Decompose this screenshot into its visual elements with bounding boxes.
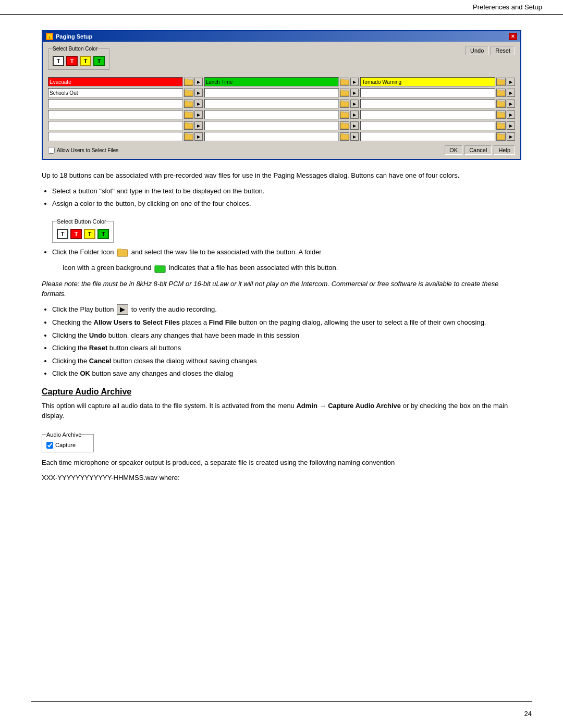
button-input-5-2[interactable]	[204, 121, 339, 130]
folder-icon-3-1[interactable]	[184, 100, 193, 108]
button-input-1-2[interactable]	[204, 77, 339, 87]
dialog-titlebar: ♪ Paging Setup ✕	[43, 31, 520, 42]
section-para2: Each time microphone or speaker output i…	[42, 458, 521, 468]
folder-icon-6-1[interactable]	[184, 132, 193, 141]
play-btn-5-3[interactable]: ▶	[507, 121, 515, 130]
inline-color-btn-yellow[interactable]: T	[84, 229, 95, 239]
button-input-2-2[interactable]	[204, 88, 339, 97]
svg-rect-30	[185, 124, 193, 129]
help-button[interactable]: Help	[494, 145, 515, 155]
undo-button[interactable]: Undo	[466, 46, 488, 55]
svg-rect-22	[497, 102, 505, 107]
svg-rect-29	[497, 112, 500, 113]
play-btn-4-1[interactable]: ▶	[194, 110, 203, 119]
folder-icon-5-1[interactable]	[184, 121, 193, 130]
inline-color-btn-white[interactable]: T	[57, 229, 68, 239]
button-input-6-3[interactable]	[360, 132, 495, 141]
bullet7-suffix: button clears all buttons	[107, 344, 181, 352]
folder-icon-2-2[interactable]	[340, 89, 349, 97]
color-btn-green[interactable]: T	[93, 56, 105, 66]
folder-icon-3-3[interactable]	[496, 100, 506, 108]
svg-rect-31	[185, 122, 188, 124]
allow-users-checkbox[interactable]	[48, 147, 55, 154]
intro-paragraph: Up to 18 buttons can be associated with …	[42, 170, 521, 181]
play-btn-2-1[interactable]: ▶	[194, 89, 203, 97]
cancel-button[interactable]: Cancel	[464, 145, 492, 155]
paging-icon: ♪	[46, 33, 53, 40]
play-btn-4-2[interactable]: ▶	[350, 110, 359, 119]
folder-icon-1-2[interactable]	[340, 78, 349, 86]
svg-rect-12	[185, 91, 193, 96]
button-input-4-1[interactable]	[48, 110, 183, 119]
folder-icon-4-2[interactable]	[340, 110, 349, 119]
folder-icon-1-3[interactable]	[496, 78, 506, 86]
button-row-3-3: ▶	[360, 99, 515, 108]
dialog-close-button[interactable]: ✕	[509, 33, 517, 40]
button-input-4-3[interactable]	[360, 110, 495, 119]
button-input-6-1[interactable]	[48, 132, 183, 141]
play-btn-1-2[interactable]: ▶	[350, 78, 359, 86]
button-row-3-1: ▶	[48, 99, 203, 108]
bullet-5: Checking the Allow Users to Select Files…	[52, 317, 521, 328]
folder-icon-1-1[interactable]	[184, 78, 193, 86]
select-button-color-fieldset: Select Button Color T T T T	[48, 46, 109, 70]
bullet6-suffix: button, clears any changes that have bee…	[106, 331, 299, 339]
button-input-1-1[interactable]	[48, 77, 183, 87]
play-btn-2-3[interactable]: ▶	[507, 89, 515, 97]
button-input-1-3[interactable]	[360, 77, 495, 87]
svg-rect-45	[155, 265, 159, 266]
inline-color-btn-green[interactable]: T	[97, 229, 109, 239]
folder-icon-6-2[interactable]	[340, 132, 349, 141]
button-input-4-2[interactable]	[204, 110, 339, 119]
button-input-3-3[interactable]	[360, 99, 495, 108]
capture-checkbox[interactable]	[46, 442, 53, 449]
play-btn-2-2[interactable]: ▶	[350, 89, 359, 97]
color-btn-red[interactable]: T	[66, 56, 78, 66]
section-para1-bold2: Capture Audio Archive	[328, 402, 401, 410]
play-btn-1-3[interactable]: ▶	[507, 78, 515, 86]
play-btn-6-3[interactable]: ▶	[507, 132, 515, 141]
color-btn-white[interactable]: T	[53, 56, 64, 66]
play-btn-1-1[interactable]: ▶	[194, 78, 203, 86]
bullet7-bold: Reset	[89, 344, 107, 352]
folder-icon-3-2[interactable]	[340, 100, 349, 108]
play-btn-3-2[interactable]: ▶	[350, 100, 359, 108]
svg-rect-6	[185, 80, 193, 85]
folder-icon-2-3[interactable]	[496, 89, 506, 97]
svg-rect-7	[185, 79, 188, 80]
play-btn-6-1[interactable]: ▶	[194, 132, 203, 141]
folder-icon-6-3[interactable]	[496, 132, 506, 141]
folder-icon-4-3[interactable]	[496, 110, 506, 119]
button-row-5-3: ▶	[360, 121, 515, 130]
play-btn-5-1[interactable]: ▶	[194, 121, 203, 130]
bullet6-prefix: Clicking the	[52, 331, 89, 339]
svg-rect-14	[340, 91, 349, 96]
ok-button[interactable]: OK	[445, 145, 462, 155]
color-btn-yellow[interactable]: T	[80, 56, 91, 66]
svg-rect-20	[340, 102, 349, 107]
button-input-6-2[interactable]	[204, 132, 339, 141]
folder-icon-5-2[interactable]	[340, 121, 349, 130]
play-btn-4-3[interactable]: ▶	[507, 110, 515, 119]
inline-color-btn-red[interactable]: T	[70, 229, 82, 239]
play-btn-5-2[interactable]: ▶	[350, 121, 359, 130]
play-btn-3-1[interactable]: ▶	[194, 100, 203, 108]
button-input-2-1[interactable]	[48, 88, 183, 97]
button-input-3-1[interactable]	[48, 99, 183, 108]
button-row-6-1: ▶	[48, 132, 203, 141]
folder-icon-4-1[interactable]	[184, 110, 193, 119]
folder-icon-5-3[interactable]	[496, 121, 506, 130]
button-input-3-2[interactable]	[204, 99, 339, 108]
button-input-2-3[interactable]	[360, 88, 495, 97]
play-btn-6-2[interactable]: ▶	[350, 132, 359, 141]
button-input-5-3[interactable]	[360, 121, 495, 130]
capture-audio-archive-heading: Capture Audio Archive	[42, 387, 521, 397]
folder-icon-2-1[interactable]	[184, 89, 193, 97]
button-input-5-1[interactable]	[48, 121, 183, 130]
play-btn-3-3[interactable]: ▶	[507, 100, 515, 108]
svg-rect-40	[497, 134, 505, 140]
reset-button[interactable]: Reset	[491, 46, 515, 55]
bullet4-prefix: Click the Play button	[52, 305, 114, 313]
inline-color-buttons: T T T T	[57, 229, 109, 239]
inline-play-button[interactable]: ▶	[117, 304, 128, 315]
